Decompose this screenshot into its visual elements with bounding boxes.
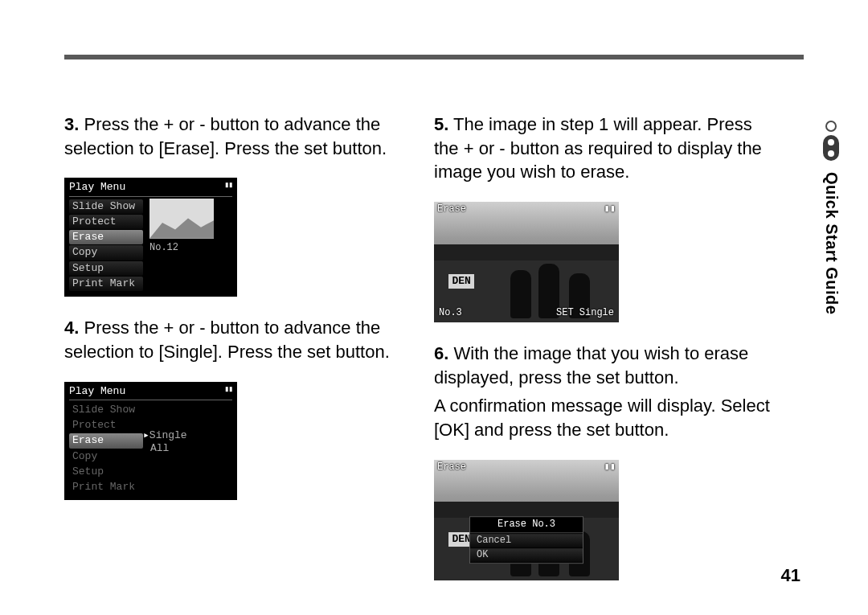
content-columns: 3. Press the + or - button to advance th…: [64, 113, 772, 600]
set-hint: SET Single: [556, 307, 614, 319]
image-number: No.3: [439, 307, 462, 319]
dialog-option-cancel: Cancel: [470, 535, 583, 548]
screenshot-erase-browse: DEN Erase ▮▮ No.3 SET Single: [434, 202, 619, 322]
menu-item: Print Mark: [69, 480, 143, 494]
shop-sign: DEN: [448, 274, 473, 289]
step-6-subtext: A confirmation message will display. Sel…: [434, 394, 772, 441]
step-4-number: 4.: [64, 318, 79, 338]
erase-title: Erase: [437, 461, 466, 474]
side-tab: Quick Start Guide: [818, 121, 844, 314]
step-5-number: 5.: [434, 114, 448, 134]
screenshot-erase-confirm: DEN Erase ▮▮ Erase No.3 Cancel OK: [434, 460, 619, 580]
submenu-option: Single: [149, 429, 187, 441]
arrow-right-icon: ▸: [143, 429, 149, 441]
menu-item: Protect: [69, 418, 143, 433]
step-4-text: Press the + or - button to advance the s…: [64, 318, 390, 362]
screenshot-play-menu-erase: Play Menu ▮▮ Slide Show Protect Erase Co…: [64, 178, 237, 297]
pill-icon: [823, 135, 839, 161]
side-tab-dots: [823, 121, 839, 161]
menu-item: Copy: [69, 449, 143, 464]
battery-icon: ▮▮: [224, 385, 232, 398]
page-number: 41: [781, 565, 800, 586]
battery-icon: ▮▮: [604, 461, 616, 474]
step-6-number: 6.: [434, 343, 448, 363]
menu-item: Setup: [69, 261, 143, 276]
dot-icon: [825, 121, 837, 132]
menu-item-selected: Erase: [69, 230, 143, 244]
menu-item: Slide Show: [69, 199, 143, 214]
step-5: 5. The image in step 1 will appear. Pres…: [434, 113, 772, 184]
confirm-dialog: Erase No.3 Cancel OK: [469, 517, 583, 564]
step-3: 3. Press the + or - button to advance th…: [64, 113, 402, 160]
menu-item: Protect: [69, 215, 143, 229]
dialog-title: Erase No.3: [470, 518, 583, 534]
top-rule: [64, 55, 804, 59]
step-6-text: With the image that you wish to erase di…: [434, 343, 748, 387]
preview-pane: No.12: [149, 199, 222, 293]
play-menu-list: Slide Show Protect Erase Copy Setup Prin…: [69, 199, 143, 293]
menu-item: Copy: [69, 245, 143, 260]
thumbnail-icon: [149, 199, 214, 239]
step-3-text: Press the + or - button to advance the s…: [64, 114, 387, 158]
side-tab-label: Quick Start Guide: [822, 172, 841, 314]
left-column: 3. Press the + or - button to advance th…: [64, 113, 402, 600]
battery-icon: ▮▮: [604, 203, 616, 215]
play-menu-list-dim: Slide Show Protect Erase Copy Setup Prin…: [69, 402, 143, 496]
menu-item: Slide Show: [69, 403, 143, 417]
submenu-option: All: [150, 442, 169, 454]
erase-title: Erase: [437, 203, 466, 215]
play-menu-title-2: Play Menu: [69, 385, 125, 398]
step-5-text: The image in step 1 will appear. Press t…: [434, 114, 762, 182]
play-menu-title: Play Menu: [69, 181, 125, 194]
step-6: 6. With the image that you wish to erase…: [434, 342, 772, 442]
right-column: 5. The image in step 1 will appear. Pres…: [434, 113, 772, 600]
menu-item: Setup: [69, 465, 143, 479]
erase-submenu: ▸Single All: [143, 402, 187, 496]
screenshot-play-menu-single: Play Menu ▮▮ Slide Show Protect Erase Co…: [64, 382, 237, 501]
dialog-option-ok: OK: [470, 549, 583, 563]
step-4: 4. Press the + or - button to advance th…: [64, 316, 402, 363]
menu-item-selected: Erase: [69, 433, 143, 448]
menu-item: Print Mark: [69, 277, 143, 291]
battery-icon: ▮▮: [224, 181, 232, 194]
step-3-number: 3.: [64, 114, 79, 134]
preview-number: No.12: [149, 242, 222, 254]
